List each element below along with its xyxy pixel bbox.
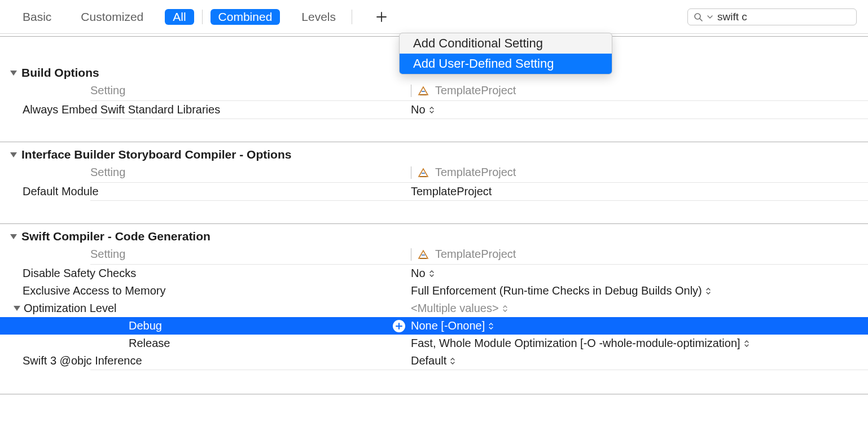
setting-value[interactable]: No bbox=[411, 103, 426, 116]
filter-customized[interactable]: Customized bbox=[73, 8, 151, 26]
search-scope-chevron-icon[interactable] bbox=[707, 14, 713, 20]
toolbar-divider bbox=[202, 10, 203, 24]
filter-segment-view: Combined Levels bbox=[211, 8, 344, 26]
project-icon bbox=[417, 85, 429, 97]
setting-label: Release bbox=[129, 337, 170, 350]
column-project-label: TemplateProject bbox=[435, 84, 516, 97]
setting-row-swift3-objc-inference[interactable]: Swift 3 @objc Inference Default bbox=[0, 352, 868, 370]
setting-value[interactable]: Full Enforcement (Run-time Checks in Deb… bbox=[411, 284, 702, 297]
project-icon bbox=[417, 166, 429, 179]
add-setting-menu: Add Conditional Setting Add User-Defined… bbox=[399, 33, 612, 74]
setting-row-always-embed-swift[interactable]: Always Embed Swift Standard Libraries No bbox=[0, 101, 868, 118]
disclosure-triangle-icon bbox=[10, 234, 17, 239]
setting-label: Optimization Level bbox=[24, 302, 117, 315]
section-swift-codegen: Swift Compiler - Code Generation Setting… bbox=[0, 223, 868, 370]
column-headers: Setting TemplateProject bbox=[0, 80, 868, 100]
column-project-label: TemplateProject bbox=[435, 248, 516, 261]
setting-row-default-module[interactable]: Default Module TemplateProject bbox=[0, 183, 868, 200]
disclosure-triangle-icon bbox=[10, 71, 17, 76]
updown-stepper-icon[interactable] bbox=[488, 322, 494, 330]
setting-row-disable-safety-checks[interactable]: Disable Safety Checks No bbox=[0, 265, 868, 282]
section-header-swift-codegen[interactable]: Swift Compiler - Code Generation bbox=[0, 224, 868, 243]
setting-value[interactable]: None [-Onone] bbox=[411, 319, 485, 332]
setting-label: Always Embed Swift Standard Libraries bbox=[23, 103, 220, 116]
setting-row-optimization-level[interactable]: Optimization Level <Multiple values> bbox=[0, 300, 868, 317]
filter-basic[interactable]: Basic bbox=[15, 8, 59, 26]
project-icon bbox=[417, 248, 429, 261]
setting-label: Default Module bbox=[23, 185, 99, 198]
setting-label: Debug bbox=[129, 319, 162, 332]
search-input[interactable] bbox=[717, 11, 851, 23]
section-header-ib-compiler[interactable]: Interface Builder Storyboard Compiler - … bbox=[0, 142, 868, 161]
section-title: Interface Builder Storyboard Compiler - … bbox=[21, 148, 291, 161]
disclosure-triangle-icon bbox=[10, 152, 17, 157]
filter-segment-scope: Basic Customized All bbox=[15, 8, 194, 26]
setting-value[interactable]: Default bbox=[411, 354, 446, 367]
section-ib-compiler: Interface Builder Storyboard Compiler - … bbox=[0, 142, 868, 201]
updown-stepper-icon[interactable] bbox=[450, 357, 455, 365]
column-setting-label: Setting bbox=[90, 166, 125, 178]
setting-label: Disable Safety Checks bbox=[23, 267, 136, 280]
setting-value[interactable]: No bbox=[411, 267, 426, 280]
search-icon bbox=[694, 12, 703, 21]
updown-stepper-icon[interactable] bbox=[502, 305, 508, 313]
column-project-label: TemplateProject bbox=[435, 166, 516, 179]
search-field[interactable] bbox=[687, 8, 857, 25]
setting-value[interactable]: <Multiple values> bbox=[411, 302, 499, 315]
disclosure-triangle-icon[interactable] bbox=[14, 306, 20, 311]
setting-row-optimization-debug[interactable]: Debug None [-Onone] bbox=[0, 317, 868, 335]
setting-label: Swift 3 @objc Inference bbox=[23, 354, 142, 367]
setting-row-optimization-release[interactable]: Release Fast, Whole Module Optimization … bbox=[0, 335, 868, 352]
menu-add-user-defined-setting[interactable]: Add User-Defined Setting bbox=[400, 54, 612, 74]
bottom-separator bbox=[0, 394, 868, 394]
menu-add-conditional-setting[interactable]: Add Conditional Setting bbox=[400, 33, 612, 54]
updown-stepper-icon[interactable] bbox=[744, 340, 749, 348]
build-settings-toolbar: Basic Customized All Combined Levels bbox=[0, 0, 868, 34]
updown-stepper-icon[interactable] bbox=[705, 287, 711, 295]
column-headers: Setting TemplateProject bbox=[0, 161, 868, 182]
section-title: Build Options bbox=[21, 66, 99, 80]
toolbar-divider bbox=[352, 10, 352, 24]
column-divider bbox=[411, 166, 411, 179]
column-divider bbox=[411, 248, 411, 261]
filter-combined[interactable]: Combined bbox=[211, 9, 280, 25]
add-conditional-icon[interactable] bbox=[393, 320, 405, 332]
build-settings-content: Build Options Setting TemplateProject Al… bbox=[0, 36, 868, 394]
setting-row-exclusive-access[interactable]: Exclusive Access to Memory Full Enforcem… bbox=[0, 282, 868, 300]
filter-all[interactable]: All bbox=[165, 9, 194, 25]
setting-value[interactable]: TemplateProject bbox=[411, 185, 492, 198]
column-setting-label: Setting bbox=[90, 248, 125, 260]
filter-levels[interactable]: Levels bbox=[293, 8, 344, 26]
updown-stepper-icon[interactable] bbox=[429, 106, 435, 114]
setting-label: Exclusive Access to Memory bbox=[23, 284, 165, 297]
section-title: Swift Compiler - Code Generation bbox=[21, 230, 211, 243]
add-setting-button[interactable] bbox=[371, 11, 392, 23]
column-headers: Setting TemplateProject bbox=[0, 243, 868, 264]
updown-stepper-icon[interactable] bbox=[429, 270, 435, 278]
setting-value[interactable]: Fast, Whole Module Optimization [-O -who… bbox=[411, 337, 740, 350]
column-setting-label: Setting bbox=[90, 84, 125, 96]
column-divider bbox=[411, 85, 411, 97]
